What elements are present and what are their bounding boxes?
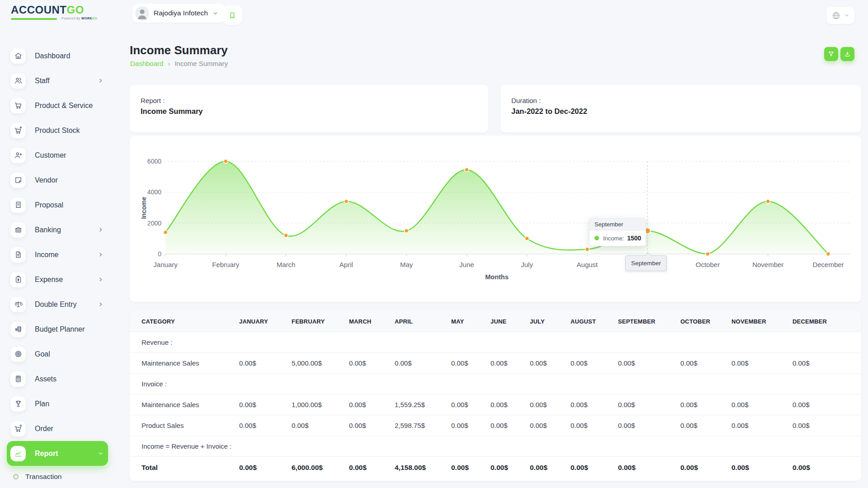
cell-value: 0.00$ <box>349 394 395 415</box>
sidebar-item-goal[interactable]: Goal <box>7 342 108 366</box>
sidebar-item-customer[interactable]: Customer <box>7 143 108 168</box>
cell-value: 0.00$ <box>571 415 618 436</box>
table-column-header: NOVEMBER <box>731 311 793 332</box>
cell-value <box>618 332 680 353</box>
sidebar-item-budget-planner[interactable]: Budget Planner <box>7 317 108 342</box>
table-column-header: CATEGORY <box>130 311 239 332</box>
cell-value <box>731 332 793 353</box>
cell-value: 0.00$ <box>349 457 395 479</box>
cell-value: 0.00$ <box>618 353 680 374</box>
row-label: Maintenance Sales <box>130 394 239 415</box>
row-label: Product Sales <box>130 415 239 436</box>
table-column-header: JULY <box>530 311 571 332</box>
cell-value <box>451 332 491 353</box>
row-label: Invoice : <box>130 374 239 394</box>
table-row-section: Revenue : <box>130 332 861 353</box>
sidebar-item-plan[interactable]: Plan <box>7 391 108 416</box>
row-label: Income = Revenue + Invoice : <box>130 436 239 457</box>
user-plus-icon <box>10 148 26 163</box>
sidebar-item-product-service[interactable]: Product & Service <box>7 93 108 118</box>
table-column-header: JANUARY <box>239 311 292 332</box>
cell-value: 0.00$ <box>292 415 349 436</box>
cell-value: 0.00$ <box>491 415 530 436</box>
svg-text:February: February <box>212 261 240 268</box>
cell-value: 0.00$ <box>491 457 530 479</box>
bullet-circle-icon <box>13 474 19 479</box>
sidebar-item-dashboard[interactable]: Dashboard <box>7 43 108 68</box>
sidebar-item-assets[interactable]: Assets <box>7 366 108 391</box>
cell-value: 0.00$ <box>395 353 451 374</box>
cell-value <box>530 332 571 353</box>
cell-value: 0.00$ <box>731 394 793 415</box>
table-header-row: CATEGORYJANUARYFEBRUARYMARCHAPRILMAYJUNE… <box>130 311 861 332</box>
cell-value <box>571 436 618 457</box>
sidebar-item-staff[interactable]: Staff <box>7 68 108 93</box>
cell-value: 6,000.00$ <box>292 457 349 479</box>
cell-value: 0.00$ <box>491 353 530 374</box>
file-icon <box>10 247 26 263</box>
svg-text:2000: 2000 <box>147 220 161 227</box>
cell-value <box>451 374 491 394</box>
svg-text:August: August <box>577 261 599 268</box>
sidebar-item-proposal[interactable]: Proposal <box>7 192 108 217</box>
sidebar-item-vendor[interactable]: Vendor <box>7 168 108 192</box>
svg-text:May: May <box>400 261 413 268</box>
cell-value <box>571 332 618 353</box>
cell-value <box>793 332 861 353</box>
cell-value: 0.00$ <box>239 394 292 415</box>
cell-value: 0.00$ <box>793 394 861 415</box>
sidebar-item-product-stock[interactable]: Product Stock <box>7 118 108 143</box>
cell-value <box>292 332 349 353</box>
table-column-header: SEPTEMBER <box>618 311 680 332</box>
sidebar-item-expense[interactable]: Expense <box>7 267 108 292</box>
filter-button[interactable] <box>824 47 838 61</box>
cell-value: 0.00$ <box>618 415 680 436</box>
table-column-header: OCTOBER <box>680 311 731 332</box>
sidebar-item-order[interactable]: Order <box>7 416 108 441</box>
breadcrumb-current: Income Summary <box>175 60 228 67</box>
app-logo[interactable]: ACCOUNTGO Powered By WORKDO <box>11 5 106 20</box>
cell-value: 1,559.25$ <box>395 394 451 415</box>
table-column-header: FEBRUARY <box>292 311 349 332</box>
sidebar-item-banking[interactable]: Banking <box>7 217 108 242</box>
sidebar-subitem-transaction[interactable]: Transaction <box>13 473 120 481</box>
download-button[interactable] <box>840 47 854 61</box>
breadcrumb-dashboard-link[interactable]: Dashboard <box>130 60 163 67</box>
svg-text:July: July <box>521 261 533 268</box>
company-selector[interactable]: Rajodiya Infotech <box>132 4 225 23</box>
breadcrumb: Dashboard › Income Summary <box>130 60 228 67</box>
income-area-chart[interactable]: 0200040006000JanuaryFebruaryMarchAprilMa… <box>130 136 861 302</box>
duration-card-value: Jan-2022 to Dec-2022 <box>511 107 861 116</box>
chevron-right-icon <box>98 227 104 233</box>
cell-value <box>395 374 451 394</box>
chevron-right-icon <box>98 301 104 307</box>
bookmark-button[interactable] <box>222 5 242 25</box>
cell-value: 0.00$ <box>793 415 861 436</box>
chevron-down-icon <box>98 450 104 456</box>
report-card: Report : Income Summary <box>130 85 488 132</box>
cell-value: 0.00$ <box>349 415 395 436</box>
cell-value: 0.00$ <box>451 457 491 479</box>
cell-value: 0.00$ <box>793 457 861 479</box>
cell-value: 0.00$ <box>451 394 491 415</box>
note-icon <box>10 173 26 188</box>
language-selector[interactable] <box>826 7 854 24</box>
coins-dollar-icon <box>10 322 26 337</box>
chart-tooltip-title: September <box>590 219 646 230</box>
sidebar-item-income[interactable]: Income <box>7 242 108 267</box>
duration-card-label: Duration : <box>511 97 861 104</box>
chart-tooltip-value: 1500 <box>627 235 641 242</box>
sidebar-item-report[interactable]: Report <box>7 441 108 466</box>
chart-tooltip: September Income: 1500 <box>589 218 646 246</box>
cell-value: 0.00$ <box>618 457 680 479</box>
cell-value: 0.00$ <box>451 415 491 436</box>
cell-value: 1,000.00$ <box>292 394 349 415</box>
cell-value <box>349 436 395 457</box>
cell-value <box>451 436 491 457</box>
cell-value <box>618 436 680 457</box>
cell-value <box>395 436 451 457</box>
cell-value <box>292 374 349 394</box>
sidebar-item-double-entry[interactable]: Double Entry <box>7 292 108 317</box>
cell-value: 5,000.00$ <box>292 353 349 374</box>
cell-value <box>680 332 731 353</box>
